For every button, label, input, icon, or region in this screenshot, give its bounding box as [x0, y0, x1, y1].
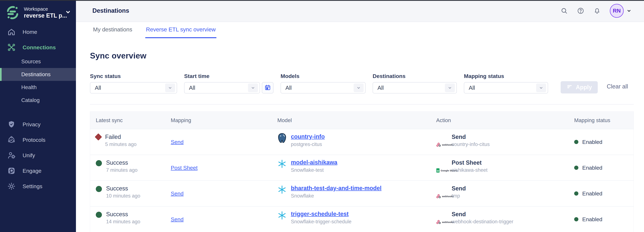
- column-header: Mapping status: [568, 117, 634, 123]
- sidebar-item-connections[interactable]: Connections: [0, 40, 76, 55]
- success-status-icon: [96, 160, 102, 166]
- sync-time: 14 minutes ago: [106, 219, 140, 225]
- section-heading: Sync overview: [90, 51, 634, 60]
- mapping-link[interactable]: Send: [171, 216, 184, 223]
- sidebar-item-catalog[interactable]: Catalog: [0, 94, 76, 107]
- chevron-down-icon: [626, 8, 632, 13]
- sidebar-item-protocols[interactable]: Protocols: [0, 132, 76, 148]
- success-status-icon: [96, 186, 102, 192]
- sidebar-item-label: Protocols: [22, 137, 46, 143]
- mapping-link[interactable]: Post Sheet: [171, 165, 198, 171]
- workspace-label: Workspace: [24, 6, 61, 12]
- snowflake-icon: [277, 184, 287, 195]
- action-destination: country-info-citus: [452, 141, 490, 147]
- action-destination: webhook-destination-trigger: [452, 219, 514, 225]
- sidebar-item-settings[interactable]: Settings: [0, 179, 76, 194]
- tab-reverse-etl-sync-overview[interactable]: Reverse ETL sync overview: [145, 22, 216, 38]
- top-bar: Destinations RN: [76, 0, 644, 22]
- sidebar-item-destinations[interactable]: Destinations: [0, 68, 76, 81]
- sidebar-item-label: Home: [22, 29, 37, 35]
- mapping-link[interactable]: Send: [171, 191, 184, 197]
- model-source: postgres-citus: [291, 141, 325, 147]
- mapping-status-text: Enabled: [582, 216, 602, 223]
- sidebar-item-label: Health: [21, 84, 36, 90]
- sidebar-item-label: Sources: [21, 58, 41, 65]
- filter-start-time: Start time All: [184, 73, 274, 93]
- chevron-down-icon: [248, 83, 258, 92]
- chevron-down-icon: [536, 83, 546, 92]
- sync-status-select[interactable]: All: [90, 82, 177, 93]
- models-select[interactable]: All: [280, 82, 366, 93]
- table-row: Failed 5 minutes ago Send country-info p…: [90, 129, 634, 155]
- protocols-icon: [7, 136, 16, 144]
- bell-icon[interactable]: [593, 7, 601, 14]
- home-icon: [7, 27, 16, 36]
- webhooks-logo: webhooks: [436, 212, 452, 232]
- mapping-link[interactable]: Send: [171, 139, 184, 145]
- failed-status-icon: [95, 133, 102, 141]
- webhooks-logo: webhooks: [436, 135, 452, 155]
- table-row: Success 14 minutes ago Send trigger-sche…: [90, 206, 634, 232]
- mapping-status-text: Enabled: [582, 139, 602, 145]
- window-top-edge: [0, 0, 644, 1]
- model-source: Snowflake: [291, 193, 382, 199]
- model-source: Snowflake-trigger-schedule: [291, 219, 352, 225]
- help-icon[interactable]: [577, 7, 584, 14]
- sidebar-item-privacy[interactable]: Privacy: [0, 117, 76, 132]
- sync-time: 10 minutes ago: [106, 193, 140, 199]
- model-link[interactable]: model-aishikawa: [291, 159, 337, 166]
- enabled-dot-icon: [574, 166, 578, 170]
- sidebar-item-sources[interactable]: Sources: [0, 55, 76, 68]
- unify-icon: [7, 151, 16, 160]
- model-link[interactable]: country-info: [291, 133, 325, 140]
- workspace-switcher[interactable]: Workspace reverse ETL p...: [0, 0, 76, 23]
- tab-bar: My destinations Reverse ETL sync overvie…: [76, 22, 644, 38]
- account-menu[interactable]: RN: [610, 4, 632, 18]
- mapping-status-select[interactable]: All: [464, 82, 548, 93]
- filter-sync-status: Sync status All: [90, 73, 177, 93]
- action-destination: aishikawa-sheet: [452, 167, 488, 173]
- sidebar-item-label: Catalog: [21, 97, 40, 103]
- search-icon[interactable]: [560, 7, 568, 14]
- column-header: Model: [272, 117, 430, 123]
- sidebar-item-label: Connections: [22, 44, 56, 51]
- gear-icon: [7, 182, 16, 191]
- calendar-button[interactable]: [262, 82, 274, 93]
- enabled-dot-icon: [574, 217, 578, 221]
- tab-my-destinations[interactable]: My destinations: [92, 22, 133, 38]
- google-sheets-logo: Google Sheets: [436, 161, 452, 181]
- avatar[interactable]: RN: [610, 4, 624, 18]
- shield-icon: [7, 120, 16, 129]
- filter-models: Models All: [280, 73, 366, 93]
- postgres-icon: [277, 133, 287, 143]
- table-header-row: Latest sync Mapping Model Action Mapping…: [90, 112, 634, 129]
- sync-time: 7 minutes ago: [106, 167, 138, 173]
- sync-status-text: Success: [106, 185, 140, 192]
- apply-button[interactable]: Apply: [561, 81, 598, 93]
- sidebar-item-label: Unify: [22, 152, 35, 159]
- section-divider: [90, 104, 634, 105]
- start-time-select[interactable]: All: [184, 82, 260, 93]
- engage-icon: [7, 166, 16, 175]
- sidebar-item-engage[interactable]: Engage: [0, 163, 76, 179]
- sidebar: Workspace reverse ETL p... Home: [0, 0, 76, 232]
- chevron-down-icon: [354, 83, 364, 92]
- table-row: Success 10 minutes ago Send bharath-test…: [90, 181, 634, 206]
- sidebar-item-home[interactable]: Home: [0, 24, 76, 40]
- calendar-icon: [264, 84, 271, 91]
- enabled-dot-icon: [574, 140, 578, 144]
- sidebar-item-label: Destinations: [21, 71, 51, 77]
- sidebar-item-health[interactable]: Health: [0, 81, 76, 94]
- destinations-select[interactable]: All: [373, 82, 457, 93]
- chevron-down-icon: [65, 9, 71, 16]
- model-link[interactable]: bharath-test-day-and-time-model: [291, 185, 382, 191]
- model-link[interactable]: trigger-schedule-test: [291, 211, 348, 217]
- column-header: Action: [430, 117, 568, 123]
- column-header: Mapping: [165, 117, 272, 123]
- snowflake-icon: [277, 159, 287, 169]
- clear-all-link[interactable]: Clear all: [607, 83, 628, 90]
- rudderstack-logo: [6, 5, 20, 20]
- sidebar-item-unify[interactable]: Unify: [0, 148, 76, 163]
- filter-mapping-status: Mapping status All: [464, 73, 548, 93]
- sync-status-text: Failed: [105, 133, 136, 141]
